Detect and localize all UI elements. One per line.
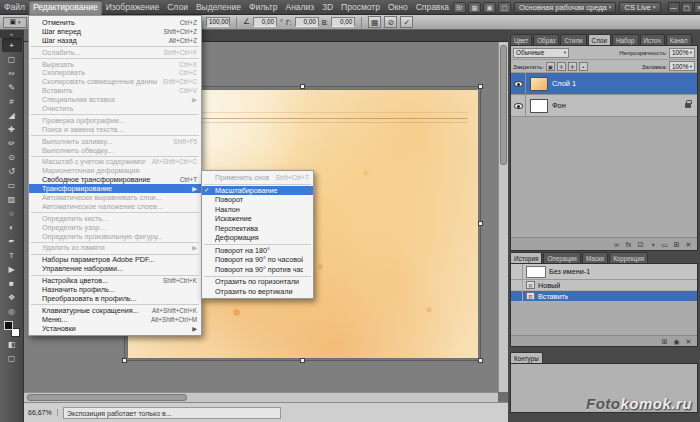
angle-input[interactable]: 0,00 [253, 17, 277, 27]
menu-item[interactable]: Клавиатурные сокращения... Alt+Shift+Ctr… [29, 306, 201, 315]
menu-item[interactable]: ✓ Масштабирование [202, 186, 313, 196]
delete-layer-icon[interactable]: ✕ [684, 239, 693, 250]
healing-brush-tool[interactable]: ✚ [2, 122, 22, 136]
transform-handle[interactable] [300, 358, 305, 363]
panel-tab[interactable]: История [510, 252, 542, 263]
tool-preset-picker[interactable]: ▣ ▾ [3, 17, 27, 28]
rectangular-marquee-tool[interactable]: ▢ [2, 52, 22, 66]
vertical-scrollbar[interactable] [498, 42, 508, 392]
close-button[interactable]: ✕ [694, 2, 700, 13]
layer-thumbnail[interactable] [530, 77, 548, 91]
menu-item[interactable]: Отразить по горизонтали [202, 277, 313, 287]
menubar-item[interactable]: Анализ [282, 0, 319, 15]
menu-item[interactable]: Шаг назад Alt+Ctrl+Z [29, 36, 201, 45]
eyedropper-tool[interactable]: ◢ [2, 108, 22, 122]
opacity-value[interactable]: 100% ▾ [669, 48, 695, 58]
menu-item[interactable]: Поворот на 180° [202, 246, 313, 256]
menubar-item[interactable]: Просмотр [337, 0, 384, 15]
transform-handle[interactable] [478, 221, 483, 226]
adjustment-layer-icon[interactable]: ◑ [648, 239, 657, 250]
menu-item[interactable]: Поворот на 90° по часовой [202, 255, 313, 265]
fill-value[interactable]: 100% ▾ [669, 61, 695, 71]
history-state-new[interactable]: ▤ Новый [511, 280, 697, 291]
panel-tab[interactable]: Стили [560, 34, 586, 45]
blur-tool[interactable]: ○ [2, 206, 22, 220]
layer-background[interactable]: Фон [511, 95, 697, 117]
hand-tool[interactable]: ❖ [2, 290, 22, 304]
layer-mask-icon[interactable]: ⊡ [636, 239, 645, 250]
history-source-checkbox[interactable] [513, 291, 523, 301]
gradient-tool[interactable]: ▨ [2, 192, 22, 206]
menu-item[interactable]: Свободное трансформирование Ctrl+T [29, 175, 201, 184]
panel-tab[interactable]: Источ [640, 34, 665, 45]
visibility-toggle[interactable] [511, 95, 526, 117]
layer-thumbnail[interactable] [530, 99, 548, 113]
eraser-tool[interactable]: ▭ [2, 178, 22, 192]
dodge-tool[interactable]: ◐ [2, 220, 22, 234]
panel-tab[interactable]: Контуры [510, 352, 543, 363]
cancel-transform-button[interactable]: ⊘ [384, 16, 397, 28]
menu-item[interactable]: Назначить профиль... [29, 285, 201, 294]
panel-tab[interactable]: Операции [543, 252, 580, 263]
v-skew-input[interactable]: 0,00 [331, 17, 355, 27]
clone-stamp-tool[interactable]: ⊙ [2, 150, 22, 164]
quick-mask-button[interactable]: ◧ [2, 337, 22, 351]
quick-selection-tool[interactable]: ✎ [2, 80, 22, 94]
panel-tab[interactable]: Цвет [510, 34, 532, 45]
menu-item[interactable]: Перспектива [202, 224, 313, 234]
menubar-item[interactable]: Слои [163, 0, 192, 15]
lasso-tool[interactable]: ∾ [2, 66, 22, 80]
layer-1[interactable]: Слой 1 [511, 73, 697, 95]
new-layer-icon[interactable]: ⊞ [672, 239, 681, 250]
transform-handle[interactable] [478, 358, 483, 363]
type-tool[interactable]: T [2, 248, 22, 262]
transform-handle[interactable] [122, 358, 127, 363]
screen-mode-icon[interactable]: ▢ [498, 2, 511, 13]
rectangle-tool[interactable]: ■ [2, 276, 22, 290]
cs-live-button[interactable]: CS Live ▾ [619, 2, 660, 13]
path-selection-tool[interactable]: ▶ [2, 262, 22, 276]
move-tool[interactable]: + [2, 38, 22, 52]
link-layers-icon[interactable]: ∞ [612, 239, 621, 250]
history-brush-tool[interactable]: ↺ [2, 164, 22, 178]
foreground-color-swatch[interactable] [4, 321, 13, 330]
panel-tab[interactable]: Образ [533, 34, 559, 45]
menu-item[interactable]: Установки ▶ [29, 324, 201, 333]
commit-transform-button[interactable]: ✓ [400, 16, 413, 28]
lock-all-icon[interactable]: ▪ [579, 62, 588, 71]
minimize-button[interactable]: — [668, 2, 680, 13]
arrange-documents-icon[interactable]: ▣ [483, 2, 496, 13]
crop-tool[interactable]: # [2, 94, 22, 108]
height-input[interactable]: 100,00% [206, 17, 230, 27]
new-snapshot-icon[interactable]: ◉ [672, 336, 681, 347]
workspace-switcher[interactable]: Основная рабочая среда ▾ [514, 2, 616, 13]
lock-transparency-icon[interactable]: ▣ [546, 62, 555, 71]
visibility-toggle[interactable] [511, 73, 526, 95]
menu-item[interactable]: Деформация [202, 233, 313, 243]
history-source-checkbox[interactable] [513, 280, 523, 290]
menubar-item[interactable]: Редактирование [29, 0, 102, 15]
menu-item[interactable]: Поворот на 90° против часовой [202, 265, 313, 275]
collapse-tools-icon[interactable]: » [0, 30, 24, 38]
menu-item[interactable]: Поворот [202, 195, 313, 205]
menu-item[interactable]: Отменить Ctrl+Z [29, 18, 201, 27]
history-source-checkbox[interactable] [513, 264, 523, 279]
pen-tool[interactable]: ✒ [2, 234, 22, 248]
lock-pixels-icon[interactable]: ✛ [557, 62, 566, 71]
panel-tab[interactable]: Маски [582, 252, 608, 263]
view-extras-icon[interactable]: ▦ [468, 2, 481, 13]
menu-item[interactable]: Преобразовать в профиль... [29, 294, 201, 303]
panel-tab[interactable]: Канал [666, 34, 692, 45]
bridge-icon[interactable]: Br [453, 2, 466, 13]
menubar-item[interactable]: Файл [0, 0, 29, 15]
panel-tab[interactable]: Набор [612, 34, 639, 45]
menu-item[interactable]: Отразить по вертикали [202, 287, 313, 297]
menu-item[interactable]: Меню... Alt+Shift+Ctrl+M [29, 315, 201, 324]
warp-mode-toggle[interactable]: ▦ [368, 16, 381, 28]
zoom-tool[interactable]: ◎ [2, 304, 22, 318]
menu-item[interactable]: Трансформирование ▶ [29, 184, 201, 193]
transform-handle[interactable] [478, 84, 483, 89]
menubar-item[interactable]: 3D [318, 0, 337, 15]
blend-mode-select[interactable]: Обычные ▾ [513, 48, 569, 58]
lock-position-icon[interactable]: ✢ [568, 62, 577, 71]
